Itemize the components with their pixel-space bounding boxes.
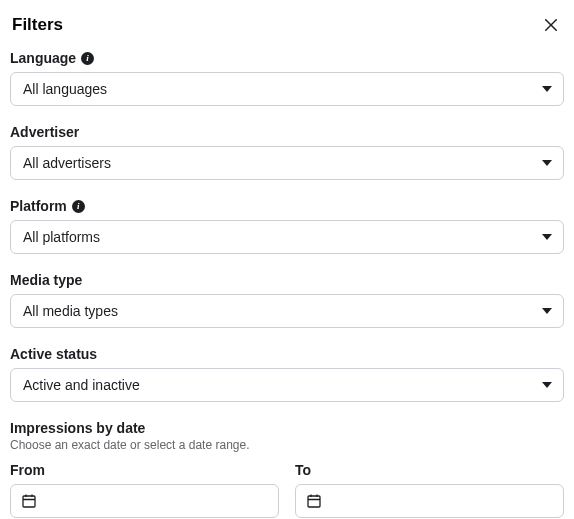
- media-type-section: Media type All media types: [10, 272, 564, 328]
- active-status-select-wrap: Active and inactive: [10, 368, 564, 402]
- media-type-select[interactable]: All media types: [10, 294, 564, 328]
- advertiser-label: Advertiser: [10, 124, 79, 140]
- language-section: Language i All languages: [10, 50, 564, 106]
- to-label: To: [295, 462, 564, 478]
- advertiser-label-row: Advertiser: [10, 124, 564, 140]
- dialog-title: Filters: [12, 15, 63, 35]
- language-label-row: Language i: [10, 50, 564, 66]
- advertiser-select[interactable]: All advertisers: [10, 146, 564, 180]
- close-button[interactable]: [540, 14, 562, 36]
- media-type-label-row: Media type: [10, 272, 564, 288]
- calendar-icon: [306, 493, 322, 509]
- advertiser-select-wrap: All advertisers: [10, 146, 564, 180]
- svg-rect-6: [308, 496, 320, 507]
- to-column: To: [295, 462, 564, 518]
- language-select[interactable]: All languages: [10, 72, 564, 106]
- filters-content: Language i All languages Advertiser All …: [0, 44, 574, 518]
- svg-rect-2: [23, 496, 35, 507]
- language-select-wrap: All languages: [10, 72, 564, 106]
- date-range-row: From To: [10, 462, 564, 518]
- to-date-input[interactable]: [295, 484, 564, 518]
- dialog-header: Filters: [0, 14, 574, 44]
- impressions-description: Choose an exact date or select a date ra…: [10, 438, 564, 452]
- advertiser-section: Advertiser All advertisers: [10, 124, 564, 180]
- close-icon: [542, 16, 560, 34]
- from-label: From: [10, 462, 279, 478]
- calendar-icon: [21, 493, 37, 509]
- platform-section: Platform i All platforms: [10, 198, 564, 254]
- active-status-section: Active status Active and inactive: [10, 346, 564, 402]
- active-status-select[interactable]: Active and inactive: [10, 368, 564, 402]
- platform-select[interactable]: All platforms: [10, 220, 564, 254]
- impressions-section: Impressions by date Choose an exact date…: [10, 420, 564, 518]
- platform-label-row: Platform i: [10, 198, 564, 214]
- active-status-label-row: Active status: [10, 346, 564, 362]
- from-column: From: [10, 462, 279, 518]
- info-icon[interactable]: i: [81, 52, 94, 65]
- media-type-select-wrap: All media types: [10, 294, 564, 328]
- media-type-label: Media type: [10, 272, 82, 288]
- impressions-label: Impressions by date: [10, 420, 564, 436]
- language-label: Language: [10, 50, 76, 66]
- platform-label: Platform: [10, 198, 67, 214]
- active-status-label: Active status: [10, 346, 97, 362]
- info-icon[interactable]: i: [72, 200, 85, 213]
- platform-select-wrap: All platforms: [10, 220, 564, 254]
- from-date-input[interactable]: [10, 484, 279, 518]
